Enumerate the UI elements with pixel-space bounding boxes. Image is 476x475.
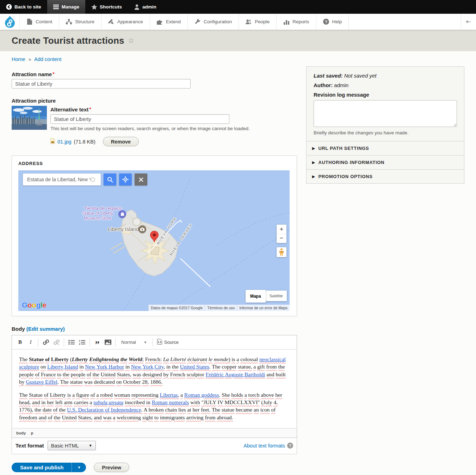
text-format-select[interactable]: Basic HTML▼ — [48, 441, 96, 450]
bulleted-list-button[interactable] — [66, 337, 77, 347]
text-format-label: Text format — [16, 443, 44, 449]
toolbar-item-appearance[interactable]: Appearance — [101, 14, 150, 30]
toolbar-item-content[interactable]: Content — [20, 14, 59, 30]
toolbar-item-structure[interactable]: Structure — [59, 14, 101, 30]
insert-image-button[interactable] — [103, 337, 113, 347]
loading-ring-icon — [91, 177, 95, 182]
unlink-button[interactable] — [51, 337, 62, 347]
file-link[interactable]: 01.jpg — [57, 139, 72, 145]
map-zoom-control: + − — [277, 225, 286, 243]
chevron-down-icon: ▼ — [89, 444, 92, 447]
map-locate-button[interactable] — [119, 173, 132, 185]
back-to-site-button[interactable]: Back to site — [0, 0, 47, 14]
admin-bar: Back to site Manage Shortcuts admin — [0, 0, 476, 14]
drupal-logo[interactable] — [0, 14, 20, 30]
username-label: admin — [142, 4, 156, 10]
source-button[interactable]: Source — [155, 339, 181, 346]
map-search-box[interactable] — [23, 173, 101, 185]
back-arrow-icon — [6, 4, 12, 10]
map-type-control: Mapa Satélite — [246, 290, 287, 303]
sidebar: Last saved: Not saved yet Author: admin … — [306, 66, 464, 184]
map-search-button[interactable] — [104, 173, 116, 185]
main-content: Home » Add content Attraction name* Attr… — [12, 51, 297, 472]
author-label: Author: — [314, 82, 333, 88]
help-icon: ? — [323, 19, 329, 25]
alt-text-input[interactable] — [50, 114, 229, 124]
blockquote-button[interactable]: ” — [92, 337, 103, 347]
map-data-notice: Datos de mapas ©2017 Google — [148, 305, 205, 311]
preview-button[interactable]: Preview — [94, 463, 129, 472]
path-p[interactable]: p — [31, 431, 33, 435]
attraction-name-input[interactable] — [12, 79, 191, 89]
section-url-path-settings[interactable]: ▶ URL PATH SETTINGS — [306, 141, 464, 156]
google-map[interactable]: Tienda de regalos Statue of LibertyMuseu… — [18, 170, 290, 311]
save-and-publish-button[interactable]: Save and publish ▼ — [12, 463, 86, 472]
toolbar-item-label: Configuration — [204, 19, 232, 24]
map-type-satellite-button[interactable]: Satélite — [266, 291, 287, 301]
configuration-icon — [194, 19, 200, 25]
paragraph-format-dropdown[interactable]: Normal▼ — [118, 340, 150, 345]
map-attribution: Datos de mapas ©2017 Google Términos de … — [148, 305, 290, 311]
revision-log-label: Revision log message — [314, 92, 457, 98]
save-dropdown-toggle[interactable]: ▼ — [72, 463, 86, 472]
svg-text:?: ? — [325, 20, 327, 24]
breadcrumb: Home » Add content — [12, 56, 297, 62]
breadcrumb-add-content-link[interactable]: Add content — [34, 56, 61, 62]
chevron-down-icon: ▼ — [144, 341, 147, 344]
user-menu[interactable]: admin — [128, 0, 162, 14]
shortcuts-tab[interactable]: Shortcuts — [85, 0, 128, 14]
toolbar-item-label: Content — [36, 19, 52, 24]
section-authoring-information[interactable]: ▶ AUTHORING INFORMATION — [306, 156, 464, 170]
zoom-in-button[interactable]: + — [277, 225, 286, 234]
report-error-link[interactable]: Informar de un error de Maps — [237, 305, 290, 311]
path-body[interactable]: body — [16, 431, 26, 435]
google-logo[interactable]: Google — [22, 301, 46, 309]
map-type-map-button[interactable]: Mapa — [246, 290, 266, 303]
content-icon — [26, 19, 32, 25]
shortcuts-label: Shortcuts — [100, 4, 122, 10]
help-question-icon[interactable]: ? — [287, 443, 293, 449]
toolbar-collapse-button[interactable]: ⇤ — [461, 14, 476, 30]
bold-button[interactable]: B — [15, 337, 25, 347]
italic-button[interactable]: I — [25, 337, 36, 347]
toolbar-item-reports[interactable]: Reports — [277, 14, 316, 30]
star-icon — [91, 4, 97, 10]
editor-content-area[interactable]: The Statue of Liberty (Liberty Enlighten… — [12, 349, 297, 428]
user-icon — [134, 4, 140, 10]
zoom-out-button[interactable]: − — [277, 234, 286, 243]
map-marker-pin[interactable] — [150, 231, 159, 244]
remove-file-button[interactable]: Remove — [103, 137, 139, 146]
wysiwyg-editor: B I 12 ” Normal▼ — [12, 335, 297, 438]
numbered-list-button[interactable]: 12 — [77, 337, 87, 347]
file-size: (71.8 KB) — [74, 139, 95, 145]
terms-of-use-link[interactable]: Términos de uso — [205, 305, 237, 311]
section-promotion-options[interactable]: ▶ PROMOTION OPTIONS — [306, 170, 464, 184]
camera-poi-icon[interactable] — [138, 225, 146, 233]
body-field-label: Body (Edit summary) — [12, 326, 297, 332]
toolbar-item-configuration[interactable]: Configuration — [188, 14, 239, 30]
shopping-poi-icon[interactable] — [118, 210, 126, 218]
chevron-right-icon: ▶ — [312, 175, 315, 178]
about-text-formats-link[interactable]: About text formats — [243, 443, 285, 449]
back-to-site-label: Back to site — [14, 4, 41, 10]
toolbar-item-people[interactable]: People — [239, 14, 277, 30]
toolbar-item-help[interactable]: ? Help — [316, 14, 349, 30]
favorite-star-icon[interactable]: ☆ — [128, 36, 135, 45]
toolbar-item-label: Structure — [75, 19, 94, 24]
map-search-bar — [23, 173, 147, 185]
manage-tab[interactable]: Manage — [47, 0, 85, 14]
pegman-streetview-control[interactable] — [277, 247, 286, 257]
body-paragraph: The Statue of Liberty is a figure of a r… — [19, 391, 290, 421]
structure-icon — [66, 19, 72, 25]
toolbar-item-label: People — [255, 19, 270, 24]
toolbar-item-extend[interactable]: Extend — [150, 14, 188, 30]
attraction-picture-label: Attraction picture — [12, 98, 297, 104]
breadcrumb-home-link[interactable]: Home — [12, 56, 25, 62]
manage-label: Manage — [62, 4, 79, 10]
map-clear-button[interactable] — [135, 173, 147, 185]
revision-log-textarea[interactable] — [314, 100, 457, 127]
section-label: AUTHORING INFORMATION — [318, 160, 384, 165]
link-button[interactable] — [41, 337, 51, 347]
map-search-input[interactable] — [27, 177, 91, 182]
edit-summary-link[interactable]: (Edit summary) — [26, 326, 65, 332]
